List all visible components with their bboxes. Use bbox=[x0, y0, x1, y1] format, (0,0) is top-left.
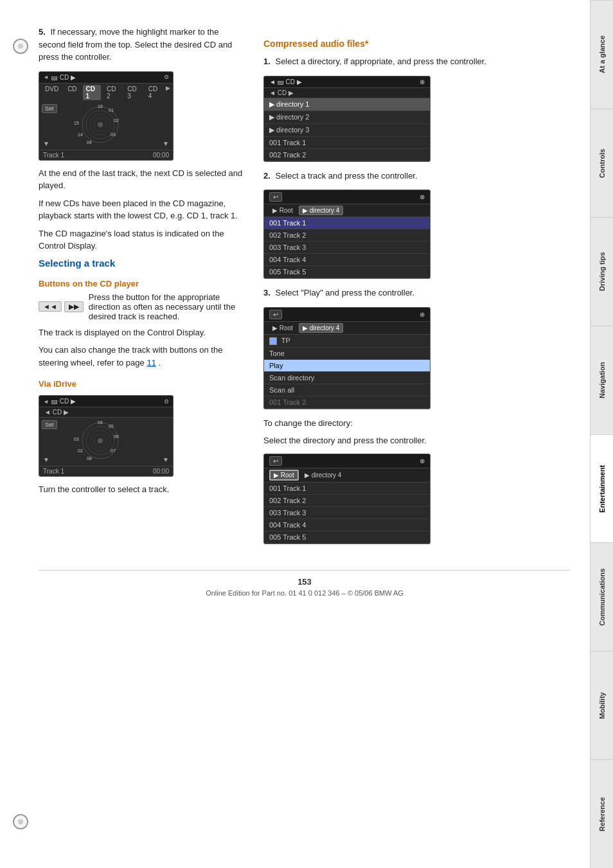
track-buttons-row: ◄◄ ▶▶ Press the button for the appropria… bbox=[39, 292, 244, 321]
right-column: Compressed audio files* 1. Select a dire… bbox=[263, 26, 571, 551]
step5-screen-header: ◄ 🖴 CD ▶ ⚙ bbox=[39, 72, 173, 84]
section-selecting-title: Selecting a track bbox=[39, 258, 244, 269]
step2-breadcrumb: ▶ Root ▶ directory 4 bbox=[264, 204, 430, 217]
step3-menu-scan-dir: Scan directory bbox=[264, 372, 430, 384]
idrive-disc-svg: 04 05 06 07 08 02 03 bbox=[71, 420, 129, 462]
compressed-step1-text: 1. Select a directory, if appropriate, a… bbox=[263, 55, 571, 68]
step4-track2: 002 Track 2 bbox=[264, 495, 430, 507]
idrive-screen-header: ◄ 🖴 CD ▶ ⚙ bbox=[39, 396, 173, 407]
step5-screen-tabs: DVD CD CD 1 CD 2 CD 3 CD 4 ▶ bbox=[39, 84, 173, 102]
step4-track3: 003 Track 3 bbox=[264, 507, 430, 519]
svg-text:07: 07 bbox=[111, 448, 116, 453]
compressed-audio-heading: Compressed audio files* bbox=[263, 39, 571, 49]
dir-item-1: ▶ directory 1 bbox=[264, 98, 430, 111]
step5-text: 5. If necessary, move the highlight mark… bbox=[39, 26, 244, 64]
step3-breadcrumb: ▶ Root ▶ directory 4 bbox=[264, 322, 430, 335]
disc-svg: 16 01 02 03 04 14 15 bbox=[71, 104, 129, 146]
step5-status-bar: Track 1 00:00 bbox=[39, 150, 173, 160]
step3-menu-track2: 001 Track 2 bbox=[264, 396, 430, 409]
change-dir-text1: To change the directory: bbox=[263, 417, 571, 430]
compressed-step2-screen: ↩ ⊕ ▶ Root ▶ directory 4 001 Track 1 002… bbox=[263, 190, 431, 279]
dir-item-2: ▶ directory 2 bbox=[264, 111, 430, 124]
svg-text:03: 03 bbox=[74, 437, 79, 441]
compressed-step1-screen: ◄ 🖴 CD ▶ ⊕ ◄ CD ▶ ▶ directory 1 ▶ direct… bbox=[263, 76, 431, 162]
step2-track4: 004 Track 4 bbox=[264, 254, 430, 266]
page-number: 153 bbox=[39, 577, 571, 587]
compressed-step2-text: 2. Select a track and press the controll… bbox=[263, 170, 571, 182]
idrive-caption: Turn the controller to select a track. bbox=[39, 483, 244, 496]
svg-text:15: 15 bbox=[74, 121, 79, 125]
step3-menu-tone: Tone bbox=[264, 348, 430, 360]
change-dir-text2: Select the directory and press the contr… bbox=[263, 434, 571, 447]
step2-track1: 001 Track 1 bbox=[264, 217, 430, 229]
side-tab-bar: At a glance Controls Driving tips Naviga… bbox=[590, 0, 613, 868]
svg-point-4 bbox=[98, 122, 103, 127]
step2-screen-header: ↩ ⊕ bbox=[264, 190, 430, 204]
step3-menu-tp: TP bbox=[264, 335, 430, 348]
step5-cd-screen: ◄ 🖴 CD ▶ ⚙ DVD CD CD 1 CD 2 CD 3 CD 4 ▶ … bbox=[39, 71, 173, 161]
footer-text: Online Edition for Part no. 01 41 0 012 … bbox=[206, 589, 404, 597]
tab-reference[interactable]: Reference bbox=[591, 759, 613, 868]
tab-driving-tips[interactable]: Driving tips bbox=[591, 217, 613, 326]
prev-track-button[interactable]: ◄◄ bbox=[39, 301, 62, 312]
step1-screen-header: ◄ 🖴 CD ▶ ⊕ bbox=[264, 76, 430, 88]
page-ref-link[interactable]: 11 bbox=[147, 358, 155, 368]
idrive-subheader: ◄ CD ▶ bbox=[39, 407, 173, 418]
compressed-step3-text: 3. Select "Play" and press the controlle… bbox=[263, 287, 571, 299]
step2-track3: 003 Track 3 bbox=[264, 242, 430, 254]
step2-track2: 002 Track 2 bbox=[264, 229, 430, 242]
compressed-step4-screen: ↩ ⊕ ▶ Root ▶ directory 4 001 Track 1 002… bbox=[263, 454, 431, 544]
svg-text:06: 06 bbox=[114, 434, 119, 439]
page-footer: 153 Online Edition for Part no. 01 41 0 … bbox=[39, 570, 571, 597]
svg-text:01: 01 bbox=[109, 108, 114, 112]
buttons-text3: You can also change the track with butto… bbox=[39, 344, 244, 369]
tab-at-a-glance[interactable]: At a glance bbox=[591, 0, 613, 109]
step5-para3: The CD magazine's load status is indicat… bbox=[39, 227, 244, 252]
buttons-text2: The track is displayed on the Control Di… bbox=[39, 326, 244, 339]
step5-para1: At the end of the last track, the next C… bbox=[39, 167, 244, 192]
idrive-disc-area: Set 04 05 06 07 08 02 03 bbox=[39, 418, 173, 466]
step4-track4: 004 Track 4 bbox=[264, 519, 430, 531]
step5-para2: If new CDs have been placed in the CD ma… bbox=[39, 197, 244, 222]
corner-decoration-bl bbox=[13, 814, 28, 829]
svg-point-16 bbox=[98, 438, 103, 443]
compressed-step3-screen: ↩ ⊕ ▶ Root ▶ directory 4 TP Tone Play Sc… bbox=[263, 307, 431, 409]
dir-item-3: ▶ directory 3 bbox=[264, 124, 430, 137]
step1-screen-subheader: ◄ CD ▶ bbox=[264, 88, 430, 98]
tab-controls[interactable]: Controls bbox=[591, 109, 613, 217]
svg-text:04: 04 bbox=[98, 420, 103, 425]
svg-text:05: 05 bbox=[109, 424, 114, 429]
subsection-buttons-heading: Buttons on the CD player bbox=[39, 279, 244, 288]
step4-screen-header: ↩ ⊕ bbox=[264, 454, 430, 468]
tab-mobility[interactable]: Mobility bbox=[591, 651, 613, 759]
left-column: 5. If necessary, move the highlight mark… bbox=[39, 26, 244, 551]
step3-menu-scan-all: Scan all bbox=[264, 384, 430, 396]
via-idrive-heading: Via iDrive bbox=[39, 379, 244, 389]
svg-text:03: 03 bbox=[111, 132, 116, 137]
dir-item-track2: 002 Track 2 bbox=[264, 149, 430, 161]
tp-checkbox bbox=[269, 337, 277, 345]
svg-text:16: 16 bbox=[98, 104, 103, 109]
idrive-status-bar: Track 1 00:00 bbox=[39, 466, 173, 476]
svg-text:08: 08 bbox=[87, 456, 92, 461]
tab-navigation[interactable]: Navigation bbox=[591, 326, 613, 434]
svg-text:02: 02 bbox=[114, 118, 119, 123]
svg-text:02: 02 bbox=[78, 448, 83, 453]
step4-breadcrumb: ▶ Root ▶ directory 4 bbox=[264, 468, 430, 483]
idrive-cd-screen: ◄ 🖴 CD ▶ ⚙ ◄ CD ▶ Set 04 bbox=[39, 395, 173, 477]
tab-communications[interactable]: Communications bbox=[591, 542, 613, 651]
step3-screen-header: ↩ ⊕ bbox=[264, 308, 430, 322]
step5-disc-area: Set 16 01 02 03 04 14 bbox=[39, 102, 173, 150]
step4-track1: 001 Track 1 bbox=[264, 483, 430, 495]
top-two-col: 5. If necessary, move the highlight mark… bbox=[39, 26, 571, 551]
main-content: 5. If necessary, move the highlight mark… bbox=[0, 0, 590, 623]
dir-item-track1: 001 Track 1 bbox=[264, 137, 430, 149]
tab-entertainment[interactable]: Entertainment bbox=[591, 434, 613, 543]
svg-text:04: 04 bbox=[87, 140, 92, 145]
next-track-button[interactable]: ▶▶ bbox=[64, 301, 84, 312]
step3-menu-play: Play bbox=[264, 360, 430, 372]
step4-track5: 005 Track 5 bbox=[264, 531, 430, 544]
svg-text:14: 14 bbox=[78, 132, 83, 137]
step2-track5: 005 Track 5 bbox=[264, 266, 430, 278]
